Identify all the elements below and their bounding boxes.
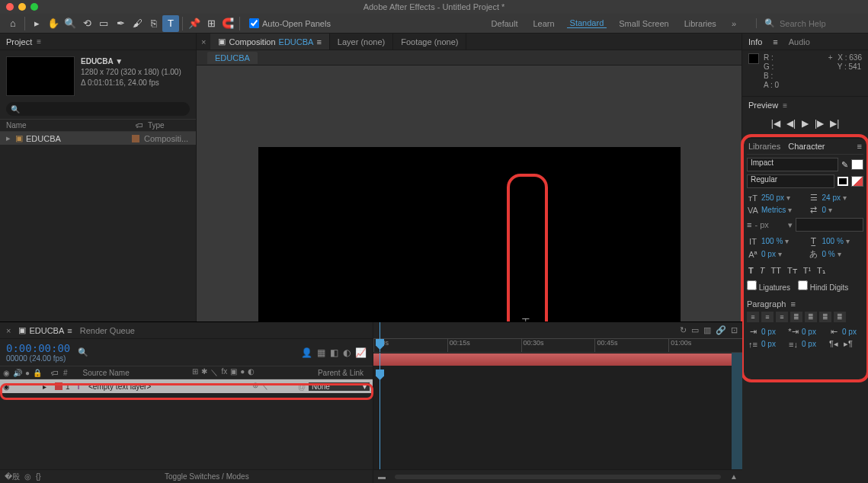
project-col-name[interactable]: Name: [6, 121, 136, 130]
ligatures-checkbox[interactable]: Ligatures: [747, 280, 790, 292]
footage-tab[interactable]: Footage (none): [393, 34, 466, 50]
character-menu-icon[interactable]: ≡: [857, 142, 862, 151]
swap-colors-icon[interactable]: [851, 176, 863, 187]
label-col-icon[interactable]: 🏷: [51, 369, 59, 377]
label-swatch[interactable]: [132, 135, 139, 142]
local-axis-icon[interactable]: ⊞: [203, 15, 219, 32]
layer-name[interactable]: <empty text layer>: [88, 382, 252, 391]
text-tool[interactable]: T: [162, 15, 179, 32]
space-before-value[interactable]: 0 px: [761, 340, 776, 348]
comp-close-icon[interactable]: ×: [197, 37, 210, 46]
zoom-in-icon[interactable]: ▲: [730, 472, 738, 481]
auto-open-panels-checkbox[interactable]: Auto-Open Panels: [249, 18, 331, 28]
layer-label-swatch[interactable]: [55, 382, 62, 390]
toggle-switches-modes[interactable]: Toggle Switches / Modes: [165, 472, 249, 481]
hscale-value[interactable]: 100 %: [822, 237, 844, 245]
libraries-tab[interactable]: Libraries: [748, 142, 780, 151]
comp-flowchart-tab[interactable]: EDUCBA: [207, 52, 258, 64]
video-col-icon[interactable]: ◉: [3, 369, 10, 377]
first-frame-button[interactable]: |◀: [771, 118, 780, 129]
stroke-width-value[interactable]: - px: [754, 220, 785, 229]
solo-col-icon[interactable]: ●: [25, 369, 30, 377]
project-panel-label[interactable]: Project: [6, 37, 32, 46]
faux-italic-button[interactable]: T: [758, 266, 767, 276]
direction-rtl-icon[interactable]: ▸¶: [842, 339, 854, 349]
expand-icon[interactable]: ⊡: [731, 325, 738, 335]
time-mark[interactable]: :00s: [373, 339, 447, 352]
comp-name[interactable]: EDUCBA ▼: [81, 56, 181, 67]
marker-bin-icon[interactable]: ▭: [691, 325, 699, 335]
graph-editor-icon[interactable]: 📈: [355, 347, 367, 358]
pen-tool[interactable]: ✒: [112, 15, 129, 32]
last-frame-button[interactable]: ▶|: [830, 118, 839, 129]
layer-visibility-icon[interactable]: ◉: [0, 382, 12, 391]
comp-marker-icon[interactable]: ↻: [680, 325, 687, 335]
label-icon[interactable]: 🏷: [136, 121, 143, 130]
workspace-small-screen[interactable]: Small Screen: [616, 19, 671, 28]
zoom-tool[interactable]: 🔍: [62, 15, 78, 32]
superscript-button[interactable]: T¹: [802, 266, 812, 276]
info-menu-icon[interactable]: ≡: [773, 37, 777, 46]
align-right-button[interactable]: ≡: [776, 312, 788, 322]
zoom-out-icon[interactable]: ▬: [378, 472, 386, 481]
parent-link-col[interactable]: Parent & Link: [318, 369, 364, 377]
workspace-standard[interactable]: Standard: [567, 18, 607, 28]
timeline-render-icon[interactable]: ◎: [24, 472, 31, 481]
layer-row[interactable]: ◉ ▸ 1 T <empty text layer> ⊕＼ @ None▾: [0, 379, 373, 393]
switches-icon[interactable]: ⊞: [192, 367, 198, 378]
search-help-input[interactable]: [780, 19, 863, 28]
direction-icon[interactable]: ¶◂: [828, 339, 840, 349]
composition-tab[interactable]: ▣ Composition EDUCBA ≡: [210, 34, 329, 50]
preview-menu-icon[interactable]: ≡: [783, 101, 787, 110]
space-after-value[interactable]: 0 px: [802, 340, 816, 348]
render-queue-tab[interactable]: Render Queue: [80, 326, 135, 335]
layer-track[interactable]: [373, 353, 742, 366]
indent-first-value[interactable]: 0 px: [802, 328, 816, 336]
hindi-digits-checkbox[interactable]: Hindi Digits: [798, 280, 848, 292]
justify-center-button[interactable]: ≣: [805, 312, 817, 322]
indent-right-value[interactable]: 0 px: [842, 328, 857, 336]
timeline-current-time[interactable]: 0:00:00:00: [6, 342, 70, 354]
tracking-value[interactable]: 0: [822, 206, 827, 214]
time-mark[interactable]: 00:15s: [447, 339, 521, 352]
project-search-input[interactable]: 🔍: [6, 102, 190, 116]
justify-all-button[interactable]: ≣: [834, 312, 846, 322]
stroke-style-dropdown[interactable]: [796, 218, 863, 232]
source-name-col[interactable]: Source Name: [83, 369, 130, 377]
project-item-row[interactable]: ▸ ▣ EDUCBA Compositi...: [0, 132, 196, 145]
stroke-color-swatch[interactable]: [838, 177, 848, 186]
timeline-close-icon[interactable]: ×: [6, 326, 11, 335]
paragraph-panel-label[interactable]: Paragraph: [747, 299, 786, 309]
time-mark[interactable]: 00:45s: [594, 339, 668, 352]
folder-toggle-icon[interactable]: ▸: [6, 133, 15, 143]
draft3d-icon[interactable]: ▦: [317, 347, 325, 358]
link-icon[interactable]: 🔗: [716, 325, 726, 335]
audio-col-icon[interactable]: 🔊: [13, 369, 22, 377]
clone-tool[interactable]: ⎘: [146, 15, 162, 32]
playhead[interactable]: [380, 322, 380, 352]
snap-icon[interactable]: 🧲: [219, 15, 236, 32]
shy-icon[interactable]: 👤: [301, 347, 312, 358]
align-left-button[interactable]: ≡: [747, 312, 759, 322]
align-center-button[interactable]: ≡: [761, 312, 774, 322]
eyedropper-icon[interactable]: ✎: [841, 160, 848, 170]
fill-color-swatch[interactable]: [851, 159, 863, 170]
workspace-default[interactable]: Default: [488, 19, 521, 28]
info-tab[interactable]: Info: [748, 37, 762, 46]
workspace-overflow-icon[interactable]: »: [729, 19, 739, 28]
project-panel-menu-icon[interactable]: ≡: [37, 37, 41, 46]
tsume-value[interactable]: 0 %: [822, 250, 835, 258]
layer-tab[interactable]: Layer (none): [330, 34, 393, 50]
work-area-end[interactable]: [732, 353, 742, 469]
motion-blur-icon[interactable]: ◐: [343, 347, 351, 358]
paragraph-menu-icon[interactable]: ≡: [790, 299, 795, 309]
frame-blend-icon[interactable]: ◧: [330, 347, 338, 358]
workspace-learn[interactable]: Learn: [530, 19, 557, 28]
pickwhip-icon[interactable]: @: [298, 382, 309, 391]
prev-frame-button[interactable]: ◀|: [786, 118, 796, 129]
home-tool[interactable]: ⌂: [5, 15, 21, 32]
orbit-tool[interactable]: ⟲: [78, 15, 95, 32]
parent-dropdown[interactable]: None▾: [309, 382, 370, 391]
lock-col-icon[interactable]: 🔒: [33, 369, 42, 377]
vscale-value[interactable]: 100 %: [761, 237, 783, 245]
